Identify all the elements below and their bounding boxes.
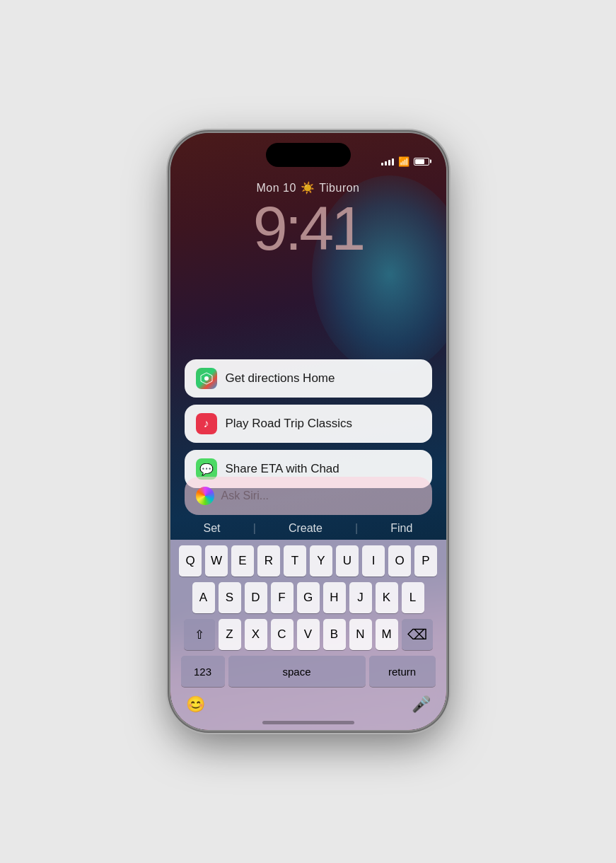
wifi-icon: 📶 <box>398 156 409 167</box>
key-L[interactable]: L <box>402 582 424 613</box>
space-key[interactable]: space <box>228 656 366 687</box>
key-Z[interactable]: Z <box>219 619 241 650</box>
signal-bar-2 <box>385 161 387 166</box>
siri-orb-icon <box>196 487 214 505</box>
key-M[interactable]: M <box>376 619 398 650</box>
delete-key[interactable]: ⌫ <box>402 619 433 650</box>
quick-divider-1: | <box>253 519 256 538</box>
key-D[interactable]: D <box>245 582 267 613</box>
phone-screen: 📶 Mon 10 ☀️ Tiburon 9:41 <box>170 133 446 730</box>
key-I[interactable]: I <box>362 545 385 577</box>
quick-create-button[interactable]: Create <box>283 519 328 538</box>
dynamic-island <box>266 143 351 167</box>
keyboard: Q W E R T Y U I O P A S D F G H J K <box>170 540 446 730</box>
return-key[interactable]: return <box>369 656 436 687</box>
music-icon: ♪ <box>196 413 217 434</box>
suggestion-messages-label: Share ETA with Chad <box>226 462 339 476</box>
key-V[interactable]: V <box>297 619 320 650</box>
key-G[interactable]: G <box>297 582 320 613</box>
lock-date-text: Mon 10 <box>256 182 296 195</box>
key-X[interactable]: X <box>245 619 267 650</box>
key-A[interactable]: A <box>192 582 215 613</box>
key-O[interactable]: O <box>388 545 411 577</box>
suggestion-directions[interactable]: Get directions Home <box>185 359 432 398</box>
quick-suggestions-row: Set | Create | Find <box>185 519 432 538</box>
svg-point-1 <box>204 376 209 381</box>
battery-fill <box>415 159 425 164</box>
key-N[interactable]: N <box>349 619 372 650</box>
suggestions-list: Get directions Home ♪ Play Road Trip Cla… <box>185 359 432 495</box>
maps-icon <box>196 368 217 389</box>
keyboard-row-3: ⇧ Z X C V B N M ⌫ <box>173 619 443 650</box>
keyboard-row-2: A S D F G H J K L <box>173 582 443 613</box>
key-K[interactable]: K <box>376 582 398 613</box>
suggestion-music-label: Play Road Trip Classics <box>226 417 353 431</box>
home-indicator <box>262 721 354 724</box>
key-P[interactable]: P <box>414 545 437 577</box>
siri-placeholder-text: Ask Siri... <box>221 490 269 502</box>
num-key[interactable]: 123 <box>181 656 225 687</box>
lock-location: Tiburon <box>319 182 359 195</box>
emoji-key[interactable]: 😊 <box>186 695 205 714</box>
key-J[interactable]: J <box>349 582 372 613</box>
key-E[interactable]: E <box>231 545 254 577</box>
key-T[interactable]: T <box>284 545 306 577</box>
lock-screen-info: Mon 10 ☀️ Tiburon 9:41 <box>170 181 446 260</box>
mic-key[interactable]: 🎤 <box>412 695 431 714</box>
key-S[interactable]: S <box>219 582 241 613</box>
key-R[interactable]: R <box>257 545 280 577</box>
suggestion-directions-label: Get directions Home <box>226 371 335 386</box>
shift-key[interactable]: ⇧ <box>184 619 215 650</box>
key-Y[interactable]: Y <box>310 545 332 577</box>
signal-bar-4 <box>392 158 394 166</box>
key-C[interactable]: C <box>271 619 294 650</box>
key-W[interactable]: W <box>205 545 228 577</box>
keyboard-row-1: Q W E R T Y U I O P <box>173 545 443 577</box>
siri-input-area[interactable]: Ask Siri... <box>185 477 432 515</box>
status-right: 📶 <box>381 156 429 167</box>
signal-bar-3 <box>388 160 390 166</box>
battery-icon <box>414 158 429 166</box>
signal-bar-1 <box>381 163 383 166</box>
siri-input-box[interactable]: Ask Siri... <box>185 477 432 515</box>
phone-frame: 📶 Mon 10 ☀️ Tiburon 9:41 <box>170 133 446 730</box>
key-U[interactable]: U <box>336 545 359 577</box>
quick-divider-2: | <box>355 519 358 538</box>
key-Q[interactable]: Q <box>179 545 202 577</box>
lock-time: 9:41 <box>170 197 446 260</box>
signal-icon <box>381 157 394 166</box>
key-F[interactable]: F <box>271 582 294 613</box>
quick-find-button[interactable]: Find <box>385 519 418 538</box>
emoji-mic-row: 😊 🎤 <box>173 693 443 717</box>
key-B[interactable]: B <box>323 619 346 650</box>
suggestion-music[interactable]: ♪ Play Road Trip Classics <box>185 405 432 443</box>
keyboard-row-4: 123 space return <box>173 656 443 687</box>
key-H[interactable]: H <box>323 582 346 613</box>
quick-set-button[interactable]: Set <box>198 519 226 538</box>
